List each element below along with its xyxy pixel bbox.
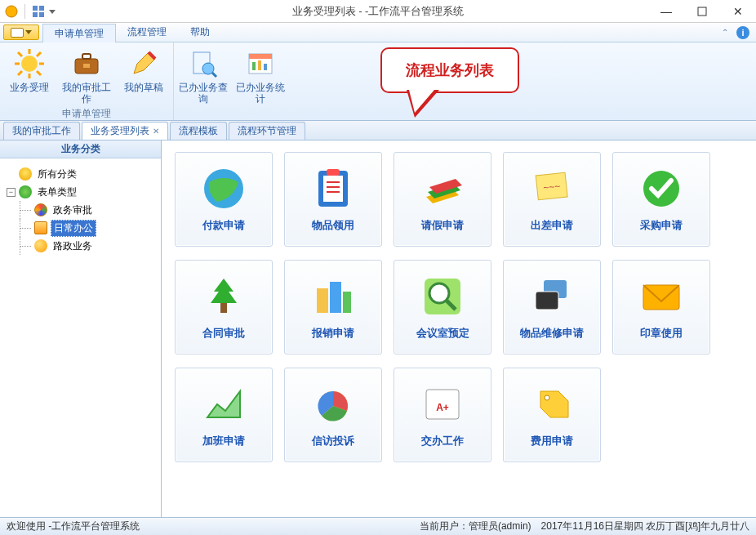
magnifier-icon [420,274,465,319]
windows-icon [529,274,575,319]
close-button[interactable]: ✕ [720,0,756,23]
main-area: 业务分类 所有分类 − 表单类型 政务审批 日常办公 路政业 [0,140,756,517]
card-goods[interactable]: 物品领用 [284,152,382,247]
status-welcome: 欢迎使用 -工作流平台管理系统 [7,519,140,533]
card-label: 交办工作 [421,434,464,448]
card-repair[interactable]: 物品维修申请 [503,260,601,354]
status-user: 当前用户：管理员(admin) [420,519,531,533]
tree-node-types[interactable]: − 表单类型 [3,183,158,201]
svg-rect-4 [39,12,44,17]
recycle-icon [19,185,32,198]
ribbon-btn-done-stats[interactable]: 已办业务统计 [236,46,285,105]
ribbon-btn-label: 我的草稿 [124,82,163,93]
ribbon-tab-apply[interactable]: 申请单管理 [42,24,116,42]
ribbon-tab-help[interactable]: 帮助 [179,23,222,42]
card-meeting[interactable]: 会议室预定 [394,260,491,354]
tree-node-gov[interactable]: 政务审批 [3,201,158,219]
card-contract[interactable]: 合同审批 [175,260,273,354]
briefcase-icon [72,49,101,78]
ribbon-group-title: 申请单管理 [62,105,111,121]
card-overtime[interactable]: 加班申请 [175,368,273,462]
app-icon [3,3,20,20]
doctab-process-template[interactable]: 流程模板 [170,122,227,140]
svg-rect-29 [327,169,340,176]
card-payment[interactable]: 付款申请 [175,152,273,247]
ribbon-btn-label: 我的审批工作 [62,82,111,105]
doctab-label: 业务受理列表 [91,124,149,138]
note-icon: ~~~ [529,166,575,212]
ribbon-btn-approve[interactable]: 我的审批工作 [62,46,111,105]
sidebar: 业务分类 所有分类 − 表单类型 政务审批 日常办公 路政业 [0,140,162,517]
svg-point-6 [21,56,38,72]
tree-label: 所有分类 [35,167,79,182]
card-leave[interactable]: 请假申请 [394,152,491,247]
ribbon-btn-label: 已办业务统计 [236,82,285,105]
doctab-label: 我的审批工作 [12,124,71,138]
content-area: 付款申请 物品领用 请假申请 ~~~ 出差申请 采购申请 合同审批 [162,140,756,517]
tree-node-road[interactable]: 路政业务 [3,237,158,255]
envelope-icon [638,274,684,319]
ribbon: 业务受理 我的审批工作 我的草稿 申请单管理 已办业务 [0,42,756,121]
tree-node-daily[interactable]: 日常办公 [3,219,158,237]
card-label: 付款申请 [202,218,245,233]
ribbon-btn-label: 业务受理 [10,82,49,93]
books-icon [420,166,465,212]
svg-rect-22 [249,54,272,59]
titlebar-left-icons [0,3,56,20]
svg-rect-37 [317,288,328,313]
ribbon-btn-done-query[interactable]: 已办业务查询 [179,46,228,105]
tree-label: 政务审批 [51,203,95,218]
card-label: 出差申请 [531,218,573,233]
ribbon-tabs: 申请单管理 流程管理 帮助 ⌃ i [0,23,756,42]
dropdown-caret-icon[interactable] [48,3,56,20]
pencil-icon [129,49,158,78]
card-reimburse[interactable]: 报销申请 [284,260,382,354]
card-label: 物品领用 [312,218,354,233]
minimize-button[interactable]: — [648,0,684,23]
svg-rect-17 [83,64,90,68]
svg-text:A+: A+ [436,402,449,413]
app-menu-button[interactable] [3,25,39,40]
sidebar-header: 业务分类 [0,140,161,158]
doctab-my-approval[interactable]: 我的审批工作 [3,122,80,140]
tree-node-all[interactable]: 所有分类 [3,165,158,183]
window-controls: — ✕ [648,0,756,23]
info-icon[interactable]: i [736,26,749,39]
card-assign[interactable]: A+ 交办工作 [394,368,491,462]
card-trip[interactable]: ~~~ 出差申请 [503,152,601,247]
doctab-accept-list[interactable]: 业务受理列表✕ [82,122,168,140]
ribbon-group-apply: 业务受理 我的审批工作 我的草稿 申请单管理 [0,42,174,120]
globe-icon [201,166,247,212]
document-tabs: 我的审批工作 业务受理列表✕ 流程模板 流程环节管理 [0,121,756,140]
ribbon-group-done: 已办业务查询 已办业务统计 [174,42,290,120]
layout-icon[interactable] [30,3,47,20]
card-expense[interactable]: 费用申请 [503,368,601,462]
collapse-icon[interactable]: − [7,188,16,197]
chart-up-icon [201,381,247,427]
doctab-label: 流程环节管理 [238,124,296,138]
buildings-icon [310,274,356,319]
app-menu-icon [11,28,24,38]
ribbon-btn-draft[interactable]: 我的草稿 [119,46,168,105]
card-seal[interactable]: 印章使用 [612,260,710,354]
status-date: 2017年11月16日星期四 农历丁酉[鸡]年九月廿八 [541,519,749,533]
caret-down-icon [25,30,32,34]
card-petition[interactable]: 信访投诉 [284,368,382,462]
check-icon [638,166,684,212]
collapse-ribbon-icon[interactable]: ⌃ [722,28,728,37]
close-icon[interactable]: ✕ [153,127,159,136]
bulb-icon [19,167,32,181]
svg-rect-5 [698,7,706,16]
svg-text:~~~: ~~~ [543,181,561,194]
maximize-button[interactable] [684,0,720,23]
svg-rect-25 [264,64,267,70]
svg-line-20 [212,73,216,77]
card-label: 请假申请 [421,218,464,233]
doctab-process-step[interactable]: 流程环节管理 [229,122,305,140]
svg-rect-3 [33,12,38,17]
category-tree: 所有分类 − 表单类型 政务审批 日常办公 路政业务 [0,158,161,261]
ribbon-btn-accept[interactable]: 业务受理 [5,46,54,105]
card-purchase[interactable]: 采购申请 [612,152,710,247]
ribbon-tab-process[interactable]: 流程管理 [116,23,179,42]
svg-rect-28 [323,176,343,202]
